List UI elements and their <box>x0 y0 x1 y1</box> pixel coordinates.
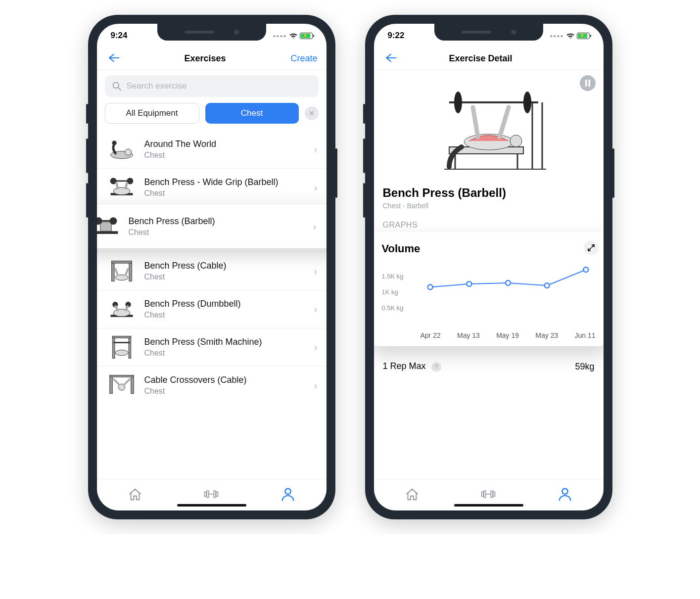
exercise-name: Bench Press (Cable) <box>144 261 305 271</box>
home-indicator[interactable] <box>177 504 246 507</box>
back-button[interactable] <box>106 52 120 65</box>
tab-profile[interactable] <box>558 487 572 504</box>
tab-workouts[interactable] <box>204 487 219 504</box>
phone-left: 9:24 ●●●● ⚡ Exercises Create All Equipme… <box>88 15 335 519</box>
search-input[interactable] <box>127 81 312 91</box>
exercise-name: Around The World <box>144 139 305 149</box>
exercise-list[interactable]: Around The World Chest › Bench Press - W… <box>97 131 327 404</box>
chevron-right-icon: › <box>314 144 318 155</box>
screen-detail: 9:22 ●●●● ⚡ Exercise Detail <box>374 24 604 510</box>
svg-point-65 <box>544 283 549 288</box>
section-graphs-label: GRAPHS <box>383 221 595 230</box>
volume-card[interactable]: Volume 0.5K kg1K kg1.5K kg Apr 22May 13M… <box>374 232 604 346</box>
svg-point-54 <box>510 135 522 147</box>
exercise-thumb <box>108 174 136 201</box>
svg-rect-31 <box>109 375 134 377</box>
svg-rect-70 <box>493 492 495 496</box>
tab-profile[interactable] <box>280 487 295 504</box>
dumbbell-icon <box>481 487 496 502</box>
muscle-filter[interactable]: Chest <box>205 103 299 124</box>
x-tick-label: Jun 11 <box>574 331 595 339</box>
exercise-row-highlighted[interactable]: Bench Press (Barbell) Chest › <box>97 205 327 248</box>
exercise-row[interactable]: Cable Crossovers (Cable) Chest › <box>97 366 327 404</box>
svg-point-66 <box>583 267 588 272</box>
pause-button[interactable] <box>580 75 596 91</box>
exercise-name: Bench Press (Dumbbell) <box>144 299 305 309</box>
chevron-right-icon: › <box>314 342 318 353</box>
notch <box>157 24 266 41</box>
svg-point-72 <box>562 488 568 494</box>
exercise-row[interactable]: Bench Press (Smith Machine) Chest › <box>97 328 327 366</box>
svg-rect-41 <box>207 491 209 498</box>
tab-workouts[interactable] <box>481 487 496 504</box>
exercise-thumb <box>97 213 120 240</box>
clear-filter-button[interactable]: ✕ <box>305 106 319 120</box>
exercise-subtitle: Chest - Barbell <box>383 202 595 210</box>
svg-rect-42 <box>214 491 216 498</box>
svg-point-59 <box>523 92 531 113</box>
svg-rect-29 <box>109 375 112 393</box>
exercise-title: Bench Press (Barbell) <box>383 186 595 200</box>
pause-icon <box>585 80 591 87</box>
svg-rect-26 <box>112 336 131 338</box>
home-icon <box>128 487 142 502</box>
exercise-row[interactable]: Around The World Chest › <box>97 131 327 168</box>
screen-exercises: 9:24 ●●●● ⚡ Exercises Create All Equipme… <box>97 24 327 510</box>
help-icon[interactable]: ? <box>431 362 441 372</box>
svg-rect-67 <box>482 492 484 496</box>
exercise-name: Bench Press (Barbell) <box>129 216 304 227</box>
wifi-icon <box>566 32 575 39</box>
svg-line-33 <box>113 379 120 385</box>
svg-line-17 <box>125 268 128 276</box>
wifi-icon <box>289 32 298 39</box>
card-title: Volume <box>382 242 596 255</box>
equipment-filter[interactable]: All Equipment <box>105 103 199 124</box>
y-tick-label: 1K kg <box>382 288 398 296</box>
chevron-right-icon: › <box>314 266 318 277</box>
profile-icon <box>558 487 572 502</box>
status-time: 9:22 <box>388 31 405 41</box>
nav-bar: Exercises Create <box>97 47 327 70</box>
expand-button[interactable] <box>584 240 599 255</box>
search-bar[interactable] <box>105 75 319 97</box>
svg-point-3 <box>125 149 131 155</box>
exercise-muscle: Chest <box>144 151 305 160</box>
one-rep-max-value: 59kg <box>575 362 594 372</box>
content: All Equipment Chest ✕ Around The World C… <box>97 70 327 479</box>
home-indicator[interactable] <box>454 504 523 507</box>
x-tick-label: Apr 22 <box>420 331 441 339</box>
page-title: Exercise Detail <box>449 53 512 64</box>
exercise-row[interactable]: Bench Press - Wide Grip (Barbell) Chest … <box>97 168 327 206</box>
svg-point-64 <box>506 280 511 285</box>
exercise-muscle: Chest <box>129 228 304 237</box>
svg-rect-36 <box>100 222 111 231</box>
exercise-row[interactable]: Bench Press (Cable) Chest › <box>97 252 327 290</box>
svg-point-0 <box>113 83 119 89</box>
volume-chart: 0.5K kg1K kg1.5K kg Apr 22May 13May 19Ma… <box>382 260 596 339</box>
y-tick-label: 1.5K kg <box>382 273 404 280</box>
svg-rect-30 <box>131 375 134 393</box>
chevron-right-icon: › <box>314 304 318 315</box>
tab-home[interactable] <box>405 487 420 504</box>
svg-line-56 <box>500 107 509 137</box>
page-title: Exercises <box>184 53 226 64</box>
create-button[interactable]: Create <box>290 53 317 64</box>
cellular-icon: ●●●● <box>273 33 286 39</box>
svg-line-55 <box>473 107 478 137</box>
tab-home[interactable] <box>128 487 142 504</box>
exercise-thumb <box>108 295 136 323</box>
search-icon <box>112 81 122 91</box>
exercise-row[interactable]: Bench Press (Dumbbell) Chest › <box>97 290 327 328</box>
svg-rect-13 <box>129 261 132 281</box>
svg-rect-24 <box>112 336 115 359</box>
svg-rect-40 <box>205 492 207 496</box>
content[interactable]: Bench Press (Barbell) Chest - Barbell GR… <box>374 70 604 479</box>
one-rep-max-row[interactable]: 1 Rep Max ? 59kg <box>374 353 604 380</box>
back-button[interactable] <box>383 52 397 65</box>
x-tick-label: May 13 <box>457 331 480 339</box>
svg-point-4 <box>112 140 116 145</box>
svg-line-16 <box>115 268 118 276</box>
svg-point-19 <box>113 309 130 317</box>
svg-rect-12 <box>111 261 114 281</box>
chevron-right-icon: › <box>313 221 317 232</box>
